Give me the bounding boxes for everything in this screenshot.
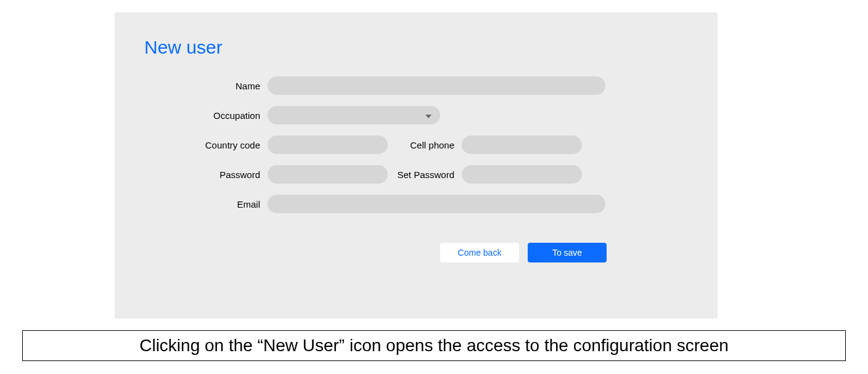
- email-input[interactable]: [268, 195, 605, 213]
- button-row: Come back To save: [144, 243, 688, 262]
- name-input[interactable]: [268, 76, 605, 95]
- panel-title: New user: [144, 37, 688, 58]
- cell-phone-input[interactable]: [462, 136, 582, 154]
- row-email: Email: [144, 195, 688, 213]
- country-code-input[interactable]: [268, 136, 388, 154]
- row-password: Password Set Password: [144, 165, 688, 184]
- figure-caption: Clicking on the “New User” icon opens th…: [22, 330, 846, 361]
- password-input[interactable]: [268, 165, 388, 184]
- label-name: Name: [144, 81, 268, 91]
- label-occupation: Occupation: [144, 110, 268, 121]
- come-back-button[interactable]: Come back: [440, 243, 519, 262]
- set-password-input[interactable]: [462, 165, 582, 184]
- label-set-password: Set Password: [388, 169, 462, 180]
- label-country-code: Country code: [144, 140, 268, 150]
- label-password: Password: [144, 169, 268, 180]
- row-name: Name: [144, 76, 688, 95]
- label-email: Email: [144, 199, 268, 209]
- row-occupation: Occupation: [144, 106, 688, 124]
- label-cell-phone: Cell phone: [388, 140, 462, 150]
- save-button[interactable]: To save: [528, 243, 607, 262]
- occupation-input[interactable]: [268, 106, 440, 124]
- new-user-panel: New user Name Occupation Country code Ce…: [115, 12, 718, 319]
- row-phone: Country code Cell phone: [144, 136, 688, 154]
- occupation-select[interactable]: [268, 106, 440, 124]
